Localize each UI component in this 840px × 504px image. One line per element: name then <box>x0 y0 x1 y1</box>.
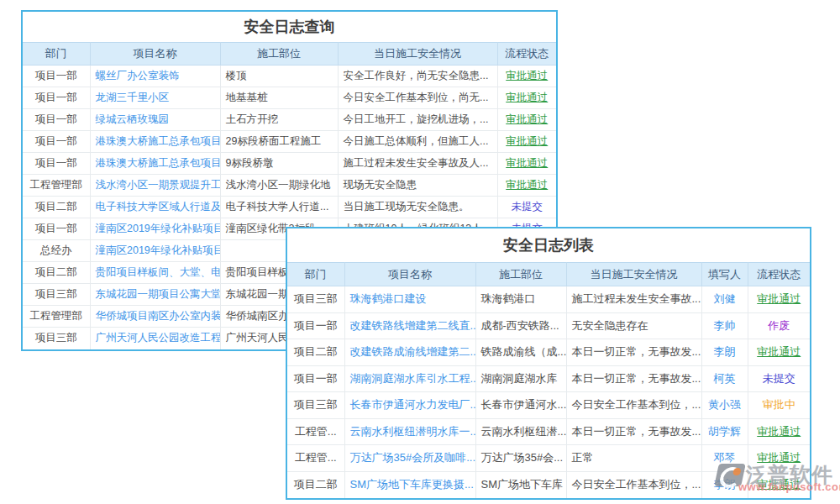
project-link[interactable]: 广州天河人民公园改造工程 <box>96 332 221 344</box>
watermark-url: www.fanpusoft.com <box>738 480 840 493</box>
project-cell: 改建铁路线增建第二线直... <box>344 312 475 339</box>
list-table-row: 项目三部 长春市伊通河水力发电厂... 长春市伊通河水... 今日安全工作基本到… <box>287 392 810 419</box>
project-cell: 长春市伊通河水力发电厂... <box>344 392 475 419</box>
query-table-row: 项目二部 电子科技大学区域人行道及非 电子科技大学人行道... 当日施工现场无安… <box>23 197 556 218</box>
part-cell: 湖南洞庭湖水库 <box>475 365 566 392</box>
project-link[interactable]: 潼南区2019年绿化补贴项目-标 <box>96 244 221 256</box>
safety-cell: 现场无安全隐患 <box>338 175 497 197</box>
part-label: 地基基桩 <box>226 92 268 103</box>
writer-cell: 李帅 <box>701 312 748 339</box>
project-link[interactable]: SM广场地下车库更换摄... <box>350 478 474 491</box>
status-cell: 未提交 <box>497 197 556 218</box>
status-link[interactable]: 审批通过 <box>757 292 801 305</box>
project-link[interactable]: 湖南洞庭湖水库引水工程... <box>350 372 476 385</box>
project-link[interactable]: 浅水湾小区一期景观提升工程 <box>96 179 221 191</box>
writer-link[interactable]: 李朗 <box>714 345 736 358</box>
project-link[interactable]: 改建铁路线增建第二线直... <box>350 319 476 332</box>
status-link[interactable]: 审批通过 <box>506 179 548 191</box>
writer-link[interactable]: 李帅 <box>714 319 736 332</box>
status-cell: 审批通过 <box>497 153 556 175</box>
safety-cell: 今日安全工作基本到位，尚无... <box>338 87 497 109</box>
writer-cell: 柯英 <box>701 365 748 392</box>
safety-label: 正常 <box>572 451 594 464</box>
dept-cell: 项目一部 <box>287 312 344 339</box>
project-cell: 广州天河人民公园改造工程 <box>90 328 220 349</box>
status-link[interactable]: 审批通过 <box>506 157 548 169</box>
project-link[interactable]: 云南水利枢纽潜明水库一... <box>350 425 476 438</box>
project-link[interactable]: 华侨城项目南区办公室内装修 <box>96 310 221 322</box>
part-label: 万达广场35#会... <box>481 451 564 464</box>
status-link[interactable]: 审批通过 <box>506 92 548 103</box>
safety-cell: 今日工地开工，旋挖机进场，... <box>338 109 497 131</box>
part-label: 浅水湾小区一期绿化地 <box>226 179 331 191</box>
safety-label: 安全工作良好，尚无安全隐患... <box>344 70 489 81</box>
project-cell: 潼南区2019年绿化补贴项目-标 <box>90 218 220 240</box>
writer-link[interactable]: 柯英 <box>714 372 736 385</box>
project-link[interactable]: 港珠澳大桥施工总承包项目 <box>96 157 221 169</box>
status-cell: 审批通过 <box>497 175 556 197</box>
dept-cell: 项目一部 <box>23 109 90 131</box>
dept-cell: 项目一部 <box>23 87 90 109</box>
safety-cell: 今日安全工作基本到位，... <box>566 471 701 498</box>
part-cell: 楼顶 <box>220 66 338 87</box>
list-header-part: 施工部位 <box>475 263 566 286</box>
safety-cell: 今日安全工作基本到位，... <box>566 392 701 419</box>
dept-label: 项目二部 <box>35 201 77 213</box>
project-cell: 龙湖三千里小区 <box>90 87 220 109</box>
status-cell: 未提交 <box>748 365 810 392</box>
status-link[interactable]: 审批通过 <box>757 425 801 438</box>
status-link[interactable]: 作废 <box>768 319 790 332</box>
status-link[interactable]: 审批通过 <box>506 70 548 81</box>
dept-cell: 项目一部 <box>23 218 90 240</box>
part-label: 云南水利枢纽潜... <box>481 425 567 438</box>
list-header-writer: 填写人 <box>701 263 748 286</box>
dept-cell: 项目二部 <box>287 471 344 498</box>
safety-cell: 本日一切正常，无事故发... <box>566 365 701 392</box>
project-link[interactable]: 改建铁路成渝线增建第二... <box>350 345 476 358</box>
project-link[interactable]: 电子科技大学区域人行道及非 <box>96 201 221 213</box>
writer-link[interactable]: 刘健 <box>714 292 736 305</box>
part-label: 29标段桥面工程施工 <box>226 135 322 147</box>
dept-cell: 项目一部 <box>23 131 90 153</box>
status-link[interactable]: 审批通过 <box>506 135 548 147</box>
part-label: 电子科技大学人行道... <box>226 201 329 213</box>
project-link[interactable]: 龙湖三千里小区 <box>96 92 170 103</box>
part-cell: 浅水湾小区一期绿化地 <box>220 175 338 197</box>
project-link[interactable]: 长春市伊通河水力发电厂... <box>350 398 476 411</box>
dept-label: 项目一部 <box>35 223 77 234</box>
project-cell: 贵阳项目样板间、大堂、电梯 <box>90 262 220 284</box>
project-link[interactable]: 珠海鹤港口建设 <box>350 292 427 305</box>
status-link[interactable]: 未提交 <box>763 372 795 385</box>
part-cell: 土石方开挖 <box>220 109 338 131</box>
project-link[interactable]: 潼南区2019年绿化补贴项目-标 <box>96 223 221 234</box>
project-cell: 螺丝厂办公室装饰 <box>90 66 220 87</box>
status-link[interactable]: 未提交 <box>512 201 543 213</box>
list-header-dept: 部门 <box>287 263 344 286</box>
project-link[interactable]: 螺丝厂办公室装饰 <box>96 70 180 81</box>
project-cell: 绿城云栖玫瑰园 <box>90 109 220 131</box>
dept-cell: 工程管理部 <box>23 175 90 197</box>
status-link[interactable]: 审批通过 <box>506 113 548 125</box>
project-link[interactable]: 绿城云栖玫瑰园 <box>96 113 170 125</box>
project-link[interactable]: 万达广场35#会所及咖啡... <box>350 451 476 464</box>
dept-label: 项目一部 <box>35 135 77 147</box>
writer-link[interactable]: 胡学辉 <box>708 425 741 438</box>
writer-link[interactable]: 黄小强 <box>708 398 741 411</box>
dept-cell: 项目一部 <box>23 153 90 175</box>
query-header-row: 部门 项目名称 施工部位 当日施工安全情况 流程状态 <box>23 43 556 66</box>
status-link[interactable]: 审批通过 <box>757 345 801 358</box>
dept-cell: 项目二部 <box>23 197 90 218</box>
project-link[interactable]: 港珠澳大桥施工总承包项目 <box>96 135 221 147</box>
status-link[interactable]: 审批中 <box>763 398 795 411</box>
list-header-row: 部门 项目名称 施工部位 当日施工安全情况 填写人 流程状态 <box>287 263 810 286</box>
dept-cell: 项目二部 <box>287 339 344 366</box>
safety-label: 无安全隐患存在 <box>572 319 648 332</box>
part-cell: 云南水利枢纽潜... <box>475 418 566 445</box>
project-link[interactable]: 贵阳项目样板间、大堂、电梯 <box>96 266 221 278</box>
dept-cell: 工程管理部 <box>23 306 90 328</box>
part-cell: 万达广场35#会... <box>475 445 566 472</box>
dept-cell: 总经办 <box>23 240 90 262</box>
project-link[interactable]: 东城花园一期项目公寓大堂 装修 <box>96 288 221 300</box>
dept-label: 项目一部 <box>35 92 77 103</box>
safety-label: 施工过程未发生安全事故... <box>572 292 701 305</box>
